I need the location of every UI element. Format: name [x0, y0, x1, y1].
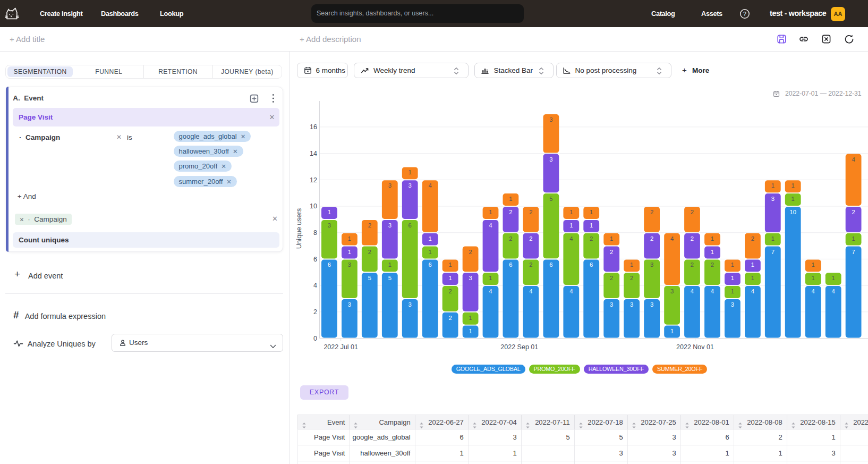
svg-text:1: 1 [731, 288, 734, 294]
svg-text:1: 1 [731, 275, 734, 281]
svg-text:7: 7 [852, 249, 855, 255]
svg-text:1: 1 [469, 328, 472, 334]
svg-text:10: 10 [310, 203, 317, 210]
svg-text:2: 2 [529, 209, 532, 215]
svg-text:7: 7 [771, 249, 775, 255]
svg-text:1: 1 [771, 182, 775, 189]
svg-text:4: 4 [569, 288, 573, 294]
svg-text:1: 1 [428, 249, 431, 255]
svg-text:3: 3 [328, 222, 331, 229]
svg-text:3: 3 [409, 301, 412, 308]
svg-text:1: 1 [751, 275, 754, 281]
svg-text:2: 2 [509, 209, 512, 215]
svg-text:4: 4 [711, 288, 714, 294]
svg-text:2: 2 [630, 275, 633, 281]
svg-text:12: 12 [310, 176, 317, 184]
svg-text:1: 1 [852, 235, 855, 242]
svg-text:1: 1 [409, 169, 412, 175]
svg-text:3: 3 [630, 301, 633, 308]
svg-text:1: 1 [489, 275, 492, 281]
svg-text:1: 1 [792, 182, 795, 189]
svg-text:1: 1 [509, 196, 512, 202]
svg-text:6: 6 [509, 261, 512, 268]
svg-text:4: 4 [852, 156, 855, 163]
svg-text:1: 1 [448, 275, 452, 281]
svg-text:1: 1 [711, 249, 714, 255]
svg-text:2: 2 [610, 249, 613, 255]
svg-text:1: 1 [590, 222, 593, 229]
svg-text:1: 1 [348, 235, 351, 242]
svg-text:1: 1 [792, 196, 795, 202]
svg-text:4: 4 [529, 288, 532, 294]
svg-text:2: 2 [751, 235, 754, 242]
svg-text:3: 3 [610, 301, 613, 308]
svg-text:1: 1 [469, 315, 472, 321]
svg-text:8: 8 [313, 229, 317, 237]
svg-text:6: 6 [409, 222, 412, 229]
svg-text:14: 14 [310, 150, 317, 157]
svg-text:5: 5 [388, 275, 392, 281]
svg-text:3: 3 [549, 156, 552, 163]
svg-text:2: 2 [509, 235, 512, 242]
svg-text:1: 1 [448, 261, 452, 268]
svg-text:4: 4 [670, 235, 674, 242]
svg-text:1: 1 [711, 235, 714, 242]
svg-text:1: 1 [569, 222, 573, 229]
svg-text:2: 2 [650, 209, 653, 215]
svg-text:2: 2 [469, 249, 472, 255]
svg-text:3: 3 [731, 301, 734, 308]
svg-text:2: 2 [691, 209, 694, 215]
svg-text:6: 6 [428, 261, 431, 268]
svg-text:2: 2 [313, 308, 317, 316]
svg-text:2: 2 [448, 315, 452, 321]
svg-text:6: 6 [549, 261, 552, 268]
svg-text:2: 2 [529, 235, 532, 242]
svg-text:2: 2 [368, 222, 371, 229]
svg-text:4: 4 [751, 288, 754, 294]
svg-text:2: 2 [691, 261, 694, 268]
svg-text:6: 6 [313, 256, 317, 263]
svg-text:1: 1 [771, 235, 775, 242]
svg-text:2: 2 [691, 235, 694, 242]
svg-text:3: 3 [650, 301, 653, 308]
svg-text:2022 Sep 01: 2022 Sep 01 [500, 343, 538, 351]
svg-text:3: 3 [771, 196, 775, 202]
svg-text:4: 4 [489, 222, 492, 229]
svg-text:1: 1 [348, 249, 351, 255]
svg-text:2: 2 [368, 249, 371, 255]
svg-text:1: 1 [610, 235, 613, 242]
svg-text:3: 3 [650, 261, 653, 268]
svg-text:4: 4 [691, 288, 694, 294]
svg-text:3: 3 [348, 301, 351, 308]
svg-text:?: ? [743, 11, 746, 17]
svg-text:1: 1 [328, 209, 331, 215]
svg-text:2: 2 [448, 288, 452, 294]
svg-text:6: 6 [328, 261, 331, 268]
svg-text:Unique users: Unique users [295, 208, 303, 249]
svg-text:3: 3 [388, 222, 392, 229]
svg-text:3: 3 [549, 116, 552, 123]
svg-text:0: 0 [313, 335, 317, 342]
svg-text:2022 Nov 01: 2022 Nov 01 [676, 343, 714, 351]
svg-text:4: 4 [313, 282, 317, 289]
svg-text:3: 3 [670, 288, 674, 294]
svg-text:3: 3 [409, 182, 412, 189]
svg-text:1: 1 [630, 261, 633, 268]
svg-text:1: 1 [489, 209, 492, 215]
svg-text:5: 5 [549, 196, 552, 202]
svg-text:4: 4 [428, 182, 431, 189]
svg-text:2: 2 [852, 209, 855, 215]
svg-text:2: 2 [650, 235, 653, 242]
svg-text:5: 5 [368, 275, 371, 281]
svg-text:1: 1 [428, 235, 431, 242]
svg-text:16: 16 [310, 123, 317, 131]
svg-text:3: 3 [348, 261, 351, 268]
svg-text:3: 3 [469, 275, 472, 281]
svg-text:2: 2 [529, 261, 532, 268]
svg-text:4: 4 [569, 235, 573, 242]
svg-text:10: 10 [789, 209, 796, 215]
svg-text:1: 1 [831, 275, 835, 281]
svg-text:1: 1 [812, 275, 815, 281]
svg-text:1: 1 [731, 261, 734, 268]
svg-text:2: 2 [610, 275, 613, 281]
